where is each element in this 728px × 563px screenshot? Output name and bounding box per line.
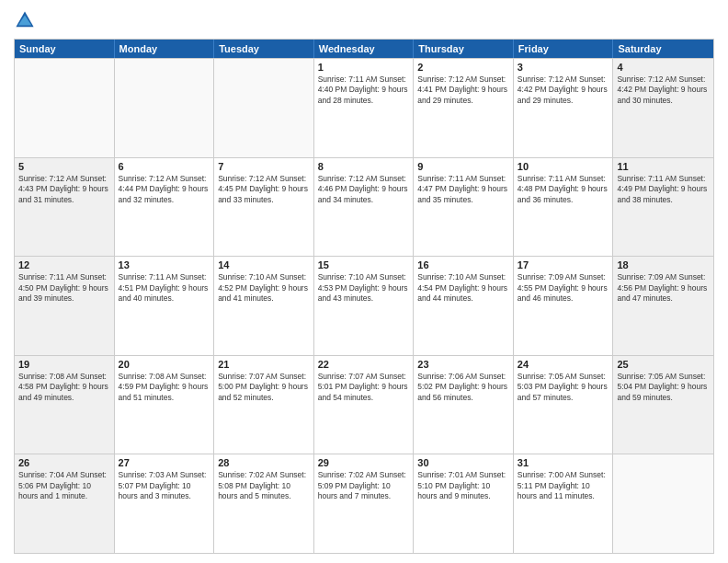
cell-text: Sunrise: 7:11 AM Sunset: 4:50 PM Dayligh… <box>18 272 110 304</box>
cal-cell: 4Sunrise: 7:12 AM Sunset: 4:42 PM Daylig… <box>613 59 713 157</box>
day-number: 31 <box>518 457 609 468</box>
cell-text: Sunrise: 7:01 AM Sunset: 5:10 PM Dayligh… <box>417 470 509 501</box>
calendar: SundayMondayTuesdayWednesdayThursdayFrid… <box>14 39 714 554</box>
cal-cell: 1Sunrise: 7:11 AM Sunset: 4:40 PM Daylig… <box>314 59 415 157</box>
header-cell-sunday: Sunday <box>15 40 115 58</box>
week-row-0: 1Sunrise: 7:11 AM Sunset: 4:40 PM Daylig… <box>15 58 713 157</box>
day-number: 28 <box>218 457 310 468</box>
cal-cell: 3Sunrise: 7:12 AM Sunset: 4:42 PM Daylig… <box>514 59 614 157</box>
cal-cell <box>115 59 215 157</box>
cell-text: Sunrise: 7:11 AM Sunset: 4:48 PM Dayligh… <box>518 174 609 205</box>
day-number: 20 <box>119 359 210 370</box>
cell-text: Sunrise: 7:11 AM Sunset: 4:51 PM Dayligh… <box>119 272 210 304</box>
day-number: 6 <box>119 161 210 172</box>
cal-cell: 30Sunrise: 7:01 AM Sunset: 5:10 PM Dayli… <box>414 454 514 553</box>
cal-cell: 16Sunrise: 7:10 AM Sunset: 4:54 PM Dayli… <box>414 257 514 355</box>
day-number: 13 <box>119 259 210 270</box>
day-number: 11 <box>617 161 710 172</box>
day-number: 2 <box>417 62 509 73</box>
cell-text: Sunrise: 7:10 AM Sunset: 4:54 PM Dayligh… <box>417 272 509 304</box>
cell-text: Sunrise: 7:08 AM Sunset: 4:59 PM Dayligh… <box>119 372 210 403</box>
cal-cell: 10Sunrise: 7:11 AM Sunset: 4:48 PM Dayli… <box>514 158 614 257</box>
cell-text: Sunrise: 7:06 AM Sunset: 5:02 PM Dayligh… <box>417 372 509 403</box>
day-number: 22 <box>318 359 410 370</box>
cell-text: Sunrise: 7:10 AM Sunset: 4:52 PM Dayligh… <box>218 272 310 304</box>
calendar-body: 1Sunrise: 7:11 AM Sunset: 4:40 PM Daylig… <box>15 58 713 553</box>
cell-text: Sunrise: 7:05 AM Sunset: 5:04 PM Dayligh… <box>617 372 710 403</box>
cal-cell: 14Sunrise: 7:10 AM Sunset: 4:52 PM Dayli… <box>214 257 314 355</box>
week-row-1: 5Sunrise: 7:12 AM Sunset: 4:43 PM Daylig… <box>15 157 713 257</box>
cell-text: Sunrise: 7:09 AM Sunset: 4:56 PM Dayligh… <box>617 272 710 304</box>
logo-icon <box>14 9 36 31</box>
cal-cell <box>613 454 713 553</box>
cell-text: Sunrise: 7:00 AM Sunset: 5:11 PM Dayligh… <box>518 470 609 501</box>
header-cell-tuesday: Tuesday <box>214 40 314 58</box>
day-number: 1 <box>318 62 410 73</box>
cell-text: Sunrise: 7:12 AM Sunset: 4:42 PM Dayligh… <box>617 75 710 106</box>
day-number: 24 <box>518 359 609 370</box>
cal-cell: 5Sunrise: 7:12 AM Sunset: 4:43 PM Daylig… <box>15 158 115 257</box>
day-number: 3 <box>518 62 609 73</box>
day-number: 29 <box>318 457 410 468</box>
header-cell-saturday: Saturday <box>613 40 713 58</box>
cal-cell: 15Sunrise: 7:10 AM Sunset: 4:53 PM Dayli… <box>314 257 415 355</box>
cal-cell: 6Sunrise: 7:12 AM Sunset: 4:44 PM Daylig… <box>115 158 215 257</box>
cal-cell: 12Sunrise: 7:11 AM Sunset: 4:50 PM Dayli… <box>15 257 115 355</box>
cal-cell: 24Sunrise: 7:05 AM Sunset: 5:03 PM Dayli… <box>514 356 614 454</box>
day-number: 14 <box>218 259 310 270</box>
cell-text: Sunrise: 7:12 AM Sunset: 4:45 PM Dayligh… <box>218 174 310 205</box>
day-number: 10 <box>518 161 609 172</box>
week-row-3: 19Sunrise: 7:08 AM Sunset: 4:58 PM Dayli… <box>15 355 713 454</box>
day-number: 4 <box>617 62 710 73</box>
day-number: 9 <box>417 161 509 172</box>
calendar-header: SundayMondayTuesdayWednesdayThursdayFrid… <box>15 40 713 58</box>
cal-cell: 9Sunrise: 7:11 AM Sunset: 4:47 PM Daylig… <box>414 158 514 257</box>
cell-text: Sunrise: 7:12 AM Sunset: 4:41 PM Dayligh… <box>417 75 509 106</box>
cell-text: Sunrise: 7:11 AM Sunset: 4:47 PM Dayligh… <box>417 174 509 205</box>
day-number: 26 <box>18 457 110 468</box>
cal-cell: 28Sunrise: 7:02 AM Sunset: 5:08 PM Dayli… <box>214 454 314 553</box>
day-number: 21 <box>218 359 310 370</box>
header-cell-thursday: Thursday <box>414 40 514 58</box>
cal-cell <box>214 59 314 157</box>
cell-text: Sunrise: 7:08 AM Sunset: 4:58 PM Dayligh… <box>18 372 110 403</box>
cal-cell: 11Sunrise: 7:11 AM Sunset: 4:49 PM Dayli… <box>613 158 713 257</box>
cell-text: Sunrise: 7:12 AM Sunset: 4:42 PM Dayligh… <box>518 75 609 106</box>
cell-text: Sunrise: 7:02 AM Sunset: 5:09 PM Dayligh… <box>318 470 410 501</box>
cal-cell: 13Sunrise: 7:11 AM Sunset: 4:51 PM Dayli… <box>115 257 215 355</box>
header-cell-friday: Friday <box>514 40 614 58</box>
cal-cell: 22Sunrise: 7:07 AM Sunset: 5:01 PM Dayli… <box>314 356 415 454</box>
cal-cell: 23Sunrise: 7:06 AM Sunset: 5:02 PM Dayli… <box>414 356 514 454</box>
day-number: 8 <box>318 161 410 172</box>
cell-text: Sunrise: 7:12 AM Sunset: 4:46 PM Dayligh… <box>318 174 410 205</box>
day-number: 5 <box>18 161 110 172</box>
cal-cell: 25Sunrise: 7:05 AM Sunset: 5:04 PM Dayli… <box>613 356 713 454</box>
day-number: 25 <box>617 359 710 370</box>
cal-cell: 8Sunrise: 7:12 AM Sunset: 4:46 PM Daylig… <box>314 158 415 257</box>
cal-cell: 29Sunrise: 7:02 AM Sunset: 5:09 PM Dayli… <box>314 454 415 553</box>
day-number: 15 <box>318 259 410 270</box>
page-header <box>14 9 714 31</box>
day-number: 17 <box>518 259 609 270</box>
cal-cell: 17Sunrise: 7:09 AM Sunset: 4:55 PM Dayli… <box>514 257 614 355</box>
cell-text: Sunrise: 7:02 AM Sunset: 5:08 PM Dayligh… <box>218 470 310 501</box>
cal-cell <box>15 59 115 157</box>
cal-cell: 27Sunrise: 7:03 AM Sunset: 5:07 PM Dayli… <box>115 454 215 553</box>
day-number: 12 <box>18 259 110 270</box>
cell-text: Sunrise: 7:12 AM Sunset: 4:43 PM Dayligh… <box>18 174 110 205</box>
day-number: 23 <box>417 359 509 370</box>
cal-cell: 20Sunrise: 7:08 AM Sunset: 4:59 PM Dayli… <box>115 356 215 454</box>
header-cell-monday: Monday <box>115 40 215 58</box>
cell-text: Sunrise: 7:11 AM Sunset: 4:40 PM Dayligh… <box>318 75 410 106</box>
cell-text: Sunrise: 7:04 AM Sunset: 5:06 PM Dayligh… <box>18 470 110 501</box>
day-number: 27 <box>119 457 210 468</box>
day-number: 30 <box>417 457 509 468</box>
logo <box>14 9 40 31</box>
cell-text: Sunrise: 7:09 AM Sunset: 4:55 PM Dayligh… <box>518 272 609 304</box>
header-cell-wednesday: Wednesday <box>314 40 415 58</box>
cal-cell: 21Sunrise: 7:07 AM Sunset: 5:00 PM Dayli… <box>214 356 314 454</box>
day-number: 19 <box>18 359 110 370</box>
cal-cell: 2Sunrise: 7:12 AM Sunset: 4:41 PM Daylig… <box>414 59 514 157</box>
cal-cell: 7Sunrise: 7:12 AM Sunset: 4:45 PM Daylig… <box>214 158 314 257</box>
week-row-4: 26Sunrise: 7:04 AM Sunset: 5:06 PM Dayli… <box>15 454 713 553</box>
